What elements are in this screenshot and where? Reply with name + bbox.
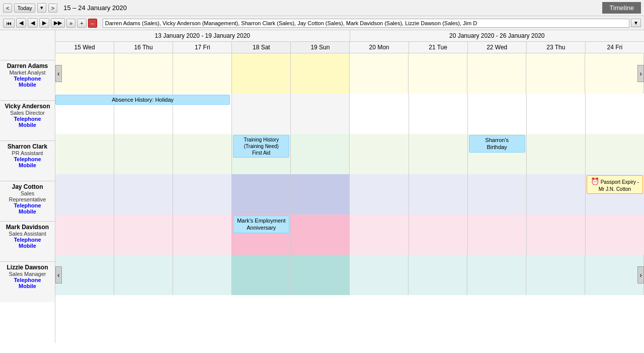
mark-day-4[interactable] <box>291 215 350 255</box>
people-filter-dropdown[interactable]: ▼ <box>631 19 641 27</box>
sharron-day-4[interactable] <box>291 134 350 174</box>
jay-day-3[interactable] <box>232 174 291 215</box>
lizzie-day-8[interactable] <box>526 255 585 295</box>
darren-day-3[interactable] <box>232 53 291 94</box>
emp-telephone-mark[interactable]: Telephone <box>3 237 52 243</box>
sharron-day-2[interactable] <box>173 134 232 174</box>
vicky-day-9-top[interactable] <box>586 94 644 134</box>
lizzie-day-3[interactable] <box>232 255 291 295</box>
mark-day-9[interactable] <box>586 215 644 255</box>
sharron-day-8[interactable] <box>527 134 586 174</box>
jay-day-0[interactable] <box>55 174 114 215</box>
darren-day-6[interactable] <box>409 53 467 94</box>
jay-day-9[interactable]: ⏰ Passport Expiry - Mr J.N. Cotton <box>586 174 644 215</box>
nav-next-next-button[interactable]: ▶▶ <box>51 18 65 28</box>
lizzie-scroll-right[interactable]: › <box>637 266 644 284</box>
jay-day-5[interactable] <box>350 174 409 215</box>
jay-day-7[interactable] <box>468 174 527 215</box>
emp-mobile-vicky[interactable]: Mobile <box>3 122 52 128</box>
vicky-day-5-top[interactable] <box>350 94 409 134</box>
lizzie-scroll-left[interactable]: ‹ <box>55 266 62 284</box>
jay-day-2[interactable] <box>173 174 232 215</box>
jay-day-4[interactable] <box>291 174 350 215</box>
darren-scroll-left[interactable]: ‹ <box>55 65 62 82</box>
lizzie-day-2[interactable] <box>173 255 232 295</box>
darren-day-7[interactable] <box>467 53 526 94</box>
lizzie-day-4[interactable] <box>291 255 350 295</box>
nav-first-button[interactable]: ⏮ <box>3 19 15 28</box>
darren-day-1[interactable] <box>114 53 173 94</box>
vicky-day-0-top[interactable]: Absence History: Holiday <box>55 94 114 134</box>
sharron-day-3[interactable]: Training History(Training Need)First Aid <box>232 134 291 174</box>
lizzie-day-7[interactable] <box>467 255 526 295</box>
mark-day-3[interactable]: Mark's Employment Anniversary <box>232 215 291 255</box>
day-header-9: 24 Fri <box>586 42 644 53</box>
drop-button[interactable]: ▾ <box>37 3 46 13</box>
mark-day-6[interactable] <box>409 215 468 255</box>
lizzie-day-1[interactable] <box>114 255 173 295</box>
mark-day-5[interactable] <box>350 215 409 255</box>
mark-anniversary-event[interactable]: Mark's Employment Anniversary <box>233 216 289 233</box>
emp-mobile-lizzie[interactable]: Mobile <box>3 283 52 289</box>
sharron-day-1[interactable] <box>114 134 173 174</box>
sharron-birthday-event[interactable]: Sharron'sBirthday <box>469 135 525 153</box>
nav-prev-button[interactable]: ◀ <box>28 18 38 28</box>
mark-day-1[interactable] <box>114 215 173 255</box>
week-header-2: 20 January 2020 - 26 January 2020 <box>350 30 645 41</box>
sharron-day-9[interactable] <box>586 134 644 174</box>
emp-telephone-darren[interactable]: Telephone <box>3 76 52 82</box>
vicky-day-7-top[interactable] <box>468 94 527 134</box>
jay-day-6[interactable] <box>409 174 468 215</box>
timeline-button[interactable]: Timeline <box>602 2 641 14</box>
lizzie-day-9[interactable] <box>585 255 644 295</box>
lizzie-day-0[interactable] <box>55 255 114 295</box>
darren-scroll-right[interactable]: › <box>637 65 644 82</box>
mark-day-2[interactable] <box>173 215 232 255</box>
nav-next-button[interactable]: ▶ <box>39 18 49 28</box>
next-button[interactable]: > <box>48 4 57 13</box>
nav-prev-prev-button[interactable]: ◀ <box>16 18 26 28</box>
jay-day-1[interactable] <box>114 174 173 215</box>
lizzie-day-6[interactable] <box>409 255 467 295</box>
darren-day-0[interactable] <box>55 53 114 94</box>
mark-day-0[interactable] <box>55 215 114 255</box>
emp-telephone-jay[interactable]: Telephone <box>3 202 52 208</box>
jay-day-8[interactable] <box>527 174 586 215</box>
sharron-day-5[interactable] <box>350 134 409 174</box>
mark-day-7[interactable] <box>468 215 527 255</box>
darren-day-9[interactable] <box>585 53 644 94</box>
emp-cell-jay: Jay Cotton Sales Representative Telephon… <box>0 181 55 222</box>
darren-day-4[interactable] <box>291 53 350 94</box>
emp-mobile-darren[interactable]: Mobile <box>3 82 52 88</box>
top-navigation: < Today ▾ > 15 – 24 January 2020 Timelin… <box>0 0 644 16</box>
emp-mobile-jay[interactable]: Mobile <box>3 208 52 215</box>
emp-telephone-sharron[interactable]: Telephone <box>3 156 52 162</box>
emp-telephone-lizzie[interactable]: Telephone <box>3 277 52 283</box>
vicky-day-4-top[interactable] <box>291 94 350 134</box>
darren-day-8[interactable] <box>526 53 585 94</box>
darren-day-2[interactable] <box>173 53 232 94</box>
emp-telephone-vicky[interactable]: Telephone <box>3 116 52 122</box>
mark-day-8[interactable] <box>527 215 586 255</box>
vicky-absence-event[interactable]: Absence History: Holiday <box>55 95 230 105</box>
darren-day-5[interactable] <box>350 53 409 94</box>
sharron-day-0[interactable] <box>55 134 114 174</box>
sharron-day-7[interactable]: Sharron'sBirthday <box>468 134 527 174</box>
emp-mobile-mark[interactable]: Mobile <box>3 243 52 249</box>
week-header-1: 13 January 2020 - 19 January 2020 <box>55 30 350 41</box>
vicky-day-8-top[interactable] <box>527 94 586 134</box>
vicky-day-3-top[interactable] <box>232 94 291 134</box>
sharron-training-event[interactable]: Training History(Training Need)First Aid <box>233 135 289 158</box>
prev-button[interactable]: < <box>3 4 12 13</box>
emp-mobile-sharron[interactable]: Mobile <box>3 162 52 168</box>
today-button[interactable]: Today <box>14 4 35 13</box>
lizzie-day-5[interactable] <box>350 255 409 295</box>
people-filter-input[interactable] <box>103 19 629 28</box>
nav-remove-button[interactable]: – <box>88 19 97 28</box>
nav-last-button[interactable]: » <box>66 19 75 28</box>
nav-add-button[interactable]: + <box>77 19 86 28</box>
sharron-day-6[interactable] <box>409 134 468 174</box>
emp-name-vicky: Vicky Anderson <box>3 103 52 110</box>
jay-passport-event[interactable]: ⏰ Passport Expiry - Mr J.N. Cotton <box>587 175 643 194</box>
vicky-day-6-top[interactable] <box>409 94 468 134</box>
